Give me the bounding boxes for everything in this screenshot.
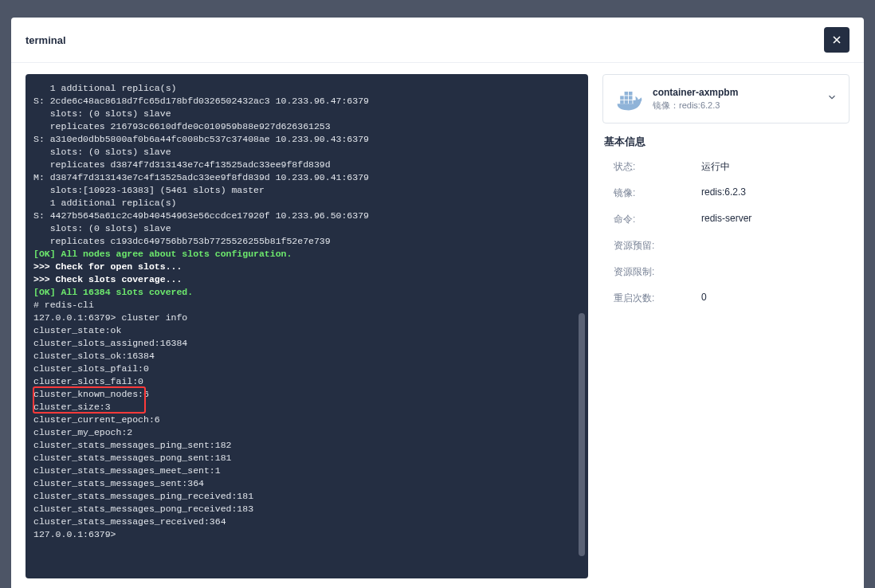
modal-body: 1 additional replica(s)S: 2cde6c48ac8618… [11, 63, 864, 588]
info-label: 重启次数: [614, 292, 701, 305]
terminal-line: cluster_stats_messages_received:364 [33, 515, 580, 528]
container-name: container-axmpbm [653, 87, 817, 98]
info-section-title: 基本信息 [602, 135, 849, 149]
terminal-line: replicates c193dc649756bb753b7725526255b… [33, 235, 580, 248]
terminal-line: slots:[10923-16383] (5461 slots) master [33, 184, 580, 197]
info-label: 状态: [614, 160, 701, 174]
terminal-line: slots: (0 slots) slave [33, 146, 580, 159]
terminal-line: cluster_size:3 [33, 401, 580, 414]
terminal-line: cluster_stats_messages_pong_received:183 [33, 503, 580, 515]
svg-rect-0 [620, 96, 624, 100]
svg-rect-1 [625, 96, 629, 100]
modal-header: terminal [11, 18, 864, 63]
container-subtitle: 镜像：redis:6.2.3 [653, 100, 817, 112]
terminal-line: >>> Check slots coverage... [33, 273, 580, 286]
terminal-line: [OK] All 16384 slots covered. [33, 286, 580, 299]
terminal-line: 127.0.0.1:6379> cluster info [33, 312, 580, 324]
side-panel: container-axmpbm 镜像：redis:6.2.3 基本信息 状态:… [602, 74, 849, 578]
chevron-down-icon [826, 92, 838, 106]
info-value [701, 239, 849, 253]
terminal-line: # redis-cli [33, 299, 580, 312]
terminal-line: cluster_current_epoch:6 [33, 414, 580, 426]
terminal-line: S: 2cde6c48ac8618d7fc65d178bfd0326502432… [33, 95, 580, 108]
terminal-line: slots: (0 slots) slave [33, 222, 580, 235]
terminal-line: slots: (0 slots) slave [33, 108, 580, 120]
container-selector[interactable]: container-axmpbm 镜像：redis:6.2.3 [602, 74, 849, 123]
scrollbar[interactable] [579, 313, 585, 556]
terminal-line: [OK] All nodes agree about slots configu… [33, 248, 580, 261]
terminal-line: cluster_stats_messages_ping_sent:182 [33, 439, 580, 452]
svg-rect-5 [620, 100, 624, 104]
container-sub-prefix: 镜像： [653, 100, 679, 110]
svg-rect-6 [625, 100, 629, 104]
terminal-line: cluster_slots_pfail:0 [33, 363, 580, 375]
info-label: 镜像: [614, 186, 701, 200]
terminal-line: 1 additional replica(s) [33, 197, 580, 210]
terminal-line: cluster_slots_assigned:16384 [33, 337, 580, 350]
info-label: 命令: [614, 213, 701, 226]
svg-rect-4 [629, 92, 633, 96]
terminal-output[interactable]: 1 additional replica(s)S: 2cde6c48ac8618… [33, 82, 585, 570]
info-label: 资源限制: [614, 265, 701, 279]
terminal-line: replicates 216793c6610dfde0c010959b88e92… [33, 120, 580, 133]
info-value: redis-server [701, 213, 849, 226]
terminal-line: M: d3874f7d313143e7c4f13525adc33ee9f8fd8… [33, 171, 580, 184]
close-button[interactable] [824, 27, 849, 53]
terminal-line: cluster_state:ok [33, 324, 580, 337]
svg-rect-7 [629, 100, 633, 104]
container-sub-value: redis:6.2.3 [679, 100, 720, 110]
terminal-line: cluster_stats_messages_meet_sent:1 [33, 465, 580, 477]
terminal-line: >>> Check for open slots... [33, 261, 580, 273]
terminal-line: S: 4427b5645a61c2c49b40454963e56ccdce179… [33, 210, 580, 222]
terminal-line: cluster_slots_fail:0 [33, 375, 580, 388]
terminal-modal: terminal 1 additional replica(s)S: 2cde6… [11, 18, 864, 588]
svg-rect-2 [629, 96, 633, 100]
terminal-line: 127.0.0.1:6379> [33, 528, 580, 541]
info-grid: 状态:运行中镜像:redis:6.2.3命令:redis-server资源预留:… [602, 160, 849, 305]
modal-title: terminal [26, 34, 66, 46]
terminal-panel: 1 additional replica(s)S: 2cde6c48ac8618… [26, 74, 588, 578]
terminal-line: S: a310ed0dbb5800af0b6a44fc008bc537c3740… [33, 133, 580, 146]
close-icon [830, 33, 843, 46]
docker-icon [614, 84, 643, 113]
terminal-line: cluster_stats_messages_sent:364 [33, 477, 580, 490]
svg-rect-3 [625, 92, 629, 96]
terminal-line: cluster_stats_messages_ping_received:181 [33, 490, 580, 503]
info-value: 运行中 [701, 160, 849, 174]
info-label: 资源预留: [614, 239, 701, 253]
container-info: container-axmpbm 镜像：redis:6.2.3 [653, 87, 817, 112]
terminal-line: cluster_my_epoch:2 [33, 426, 580, 439]
info-value [701, 265, 849, 279]
terminal-line: replicates d3874f7d313143e7c4f13525adc33… [33, 159, 580, 171]
terminal-line: cluster_stats_messages_pong_sent:181 [33, 452, 580, 465]
info-value: 0 [701, 292, 849, 305]
terminal-line: cluster_slots_ok:16384 [33, 350, 580, 363]
terminal-line: cluster_known_nodes:6 [33, 388, 580, 401]
info-value: redis:6.2.3 [701, 186, 849, 200]
terminal-line: 1 additional replica(s) [33, 82, 580, 95]
